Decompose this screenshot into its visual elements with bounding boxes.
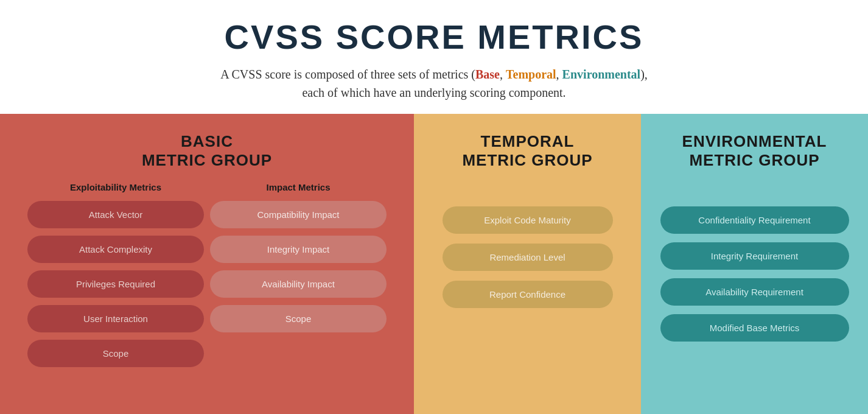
subtitle-sep1: , [500, 68, 506, 81]
list-item: Integrity Requirement [660, 242, 849, 270]
list-item: Attack Vector [27, 201, 204, 228]
exploitability-header: Exploitability Metrics [70, 182, 161, 192]
environmental-pills: Confidentiality Requirement Integrity Re… [660, 206, 849, 350]
subtitle-suffix: ), [640, 68, 648, 81]
temporal-group-title: TEMPORALMETRIC GROUP [462, 132, 592, 170]
environmental-metric-group: ENVIRONMENTALMETRIC GROUP Confidentialit… [641, 114, 868, 414]
subtitle-line2: each of which have an underlying scoring… [302, 86, 565, 99]
exploitability-column: Exploitability Metrics Attack Vector Att… [27, 182, 204, 374]
temporal-pills: Exploit Code Maturity Remediation Level … [443, 206, 613, 318]
subtitle-prefix: A CVSS score is composed of three sets o… [220, 68, 475, 81]
main-title: CVSS SCORE METRICS [24, 17, 844, 57]
subtitle-sep2: , [556, 68, 562, 81]
list-item: Integrity Impact [210, 236, 387, 263]
basic-group-title: BASICMETRIC GROUP [142, 132, 272, 170]
list-item: Confidentiality Requirement [660, 206, 849, 234]
list-item: Availability Requirement [660, 278, 849, 306]
list-item: Availability Impact [210, 270, 387, 298]
temporal-label: Temporal [506, 68, 556, 81]
list-item: Exploit Code Maturity [443, 206, 613, 234]
list-item: Scope [210, 305, 387, 332]
list-item: Remediation Level [443, 244, 613, 271]
list-item: Scope [27, 340, 204, 367]
header-section: CVSS SCORE METRICS A CVSS score is compo… [0, 0, 868, 114]
page-wrapper: CVSS SCORE METRICS A CVSS score is compo… [0, 0, 868, 414]
subtitle: A CVSS score is composed of three sets o… [24, 65, 844, 102]
list-item: Attack Complexity [27, 236, 204, 263]
basic-metric-group: BASICMETRIC GROUP Exploitability Metrics… [0, 114, 414, 414]
environmental-label: Environmental [562, 68, 641, 81]
list-item: User Interaction [27, 305, 204, 332]
temporal-metric-group: TEMPORALMETRIC GROUP Exploit Code Maturi… [414, 114, 641, 414]
environmental-group-title: ENVIRONMENTALMETRIC GROUP [682, 132, 827, 170]
groups-container: BASICMETRIC GROUP Exploitability Metrics… [0, 114, 868, 414]
list-item: Compatibility Impact [210, 201, 387, 228]
impact-column: Impact Metrics Compatibility Impact Inte… [210, 182, 387, 374]
list-item: Report Confidence [443, 281, 613, 308]
list-item: Modified Base Metrics [660, 314, 849, 342]
base-label: Base [475, 68, 500, 81]
basic-columns: Exploitability Metrics Attack Vector Att… [12, 182, 402, 374]
impact-header: Impact Metrics [266, 182, 330, 192]
list-item: Privileges Required [27, 270, 204, 298]
